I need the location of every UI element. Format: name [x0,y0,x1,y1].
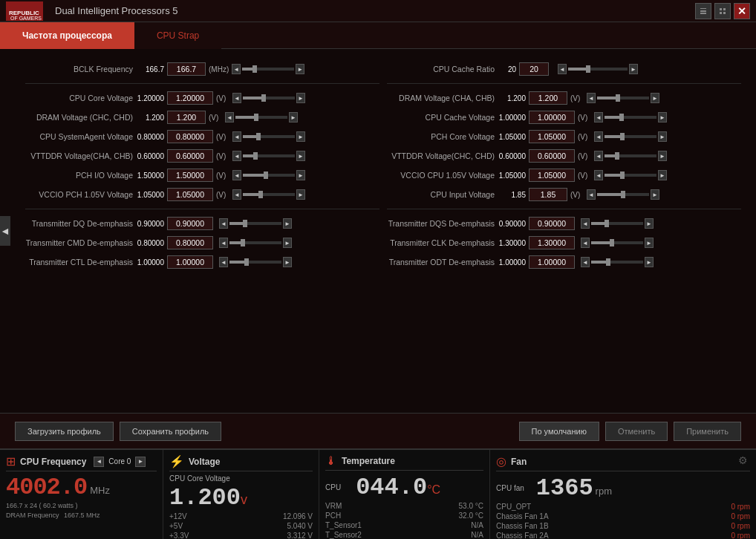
cpu-sysagent-track[interactable] [243,135,295,138]
cpu-core-v-input[interactable] [167,91,213,105]
tx-dqs-slider[interactable]: ◄ ► [581,218,654,229]
tx-odt-input[interactable] [529,255,575,269]
cpu-sysagent-slider-left[interactable]: ◄ [232,131,241,142]
grid-button[interactable] [714,3,731,19]
vttddr-chc-slider-left[interactable]: ◄ [594,151,603,161]
tx-odt-slider[interactable]: ◄ ► [581,257,654,267]
cpu-core-v-slider-left[interactable]: ◄ [232,93,241,103]
bclk-slider-track[interactable] [242,68,294,71]
tx-clk-track[interactable] [591,241,643,244]
tx-ctl-track[interactable] [229,261,281,264]
cpu-core-v-slider[interactable]: ◄ ► [232,93,305,103]
tx-dq-input[interactable] [167,217,213,230]
cpu-input-v-slider-right[interactable]: ► [651,189,659,200]
vccio-pch-slider-left[interactable]: ◄ [232,189,241,200]
cpu-cache-ratio-slider-left[interactable]: ◄ [558,64,567,74]
pch-io-slider-right[interactable]: ► [296,170,305,180]
vttddr-cha-track[interactable] [243,154,295,157]
bclk-slider[interactable]: ◄ ► [232,64,304,74]
vttddr-chc-input[interactable] [529,149,575,163]
dram-cha-track[interactable] [597,97,649,99]
dram-cha-slider-left[interactable]: ◄ [587,93,596,103]
tx-cmd-slider-right[interactable]: ► [283,238,292,248]
tx-clk-input[interactable] [529,236,575,249]
tx-odt-slider-right[interactable]: ► [645,257,654,267]
vttddr-cha-slider-left[interactable]: ◄ [232,151,241,161]
dram-chc-slider-right[interactable]: ► [289,112,298,122]
cpu-input-v-slider[interactable]: ◄ ► [587,189,659,200]
vccio-cpu-slider[interactable]: ◄ ► [594,170,667,180]
cpu-input-v-track[interactable] [597,193,649,196]
vccio-cpu-slider-left[interactable]: ◄ [594,170,603,180]
minimize-button[interactable] [695,3,711,19]
dram-chc-track[interactable] [235,116,287,119]
tx-dqs-input[interactable] [529,217,575,230]
cpu-sysagent-input[interactable] [167,130,213,143]
tx-dqs-slider-right[interactable]: ► [645,218,654,229]
vttddr-cha-slider-right[interactable]: ► [296,151,305,161]
vccio-pch-slider-right[interactable]: ► [296,189,305,200]
tx-cmd-track[interactable] [229,241,281,244]
vccio-pch-slider[interactable]: ◄ ► [232,189,305,200]
pch-core-track[interactable] [605,135,656,138]
tab-cpu-strap[interactable]: CPU Strap [134,22,221,49]
cpu-cache-ratio-slider-right[interactable]: ► [629,64,638,74]
cpu-core-v-track[interactable] [243,97,295,99]
tab-cpu-frequency[interactable]: Частота процессора [0,22,134,49]
dram-chc-slider[interactable]: ◄ ► [225,112,298,122]
dram-cha-slider[interactable]: ◄ ► [587,93,659,103]
load-profile-button[interactable]: Загрузить профиль [15,422,114,441]
vttddr-chc-slider-right[interactable]: ► [658,151,667,161]
tx-odt-track[interactable] [591,261,643,264]
cpu-freq-next[interactable]: ► [135,457,146,467]
vttddr-cha-slider[interactable]: ◄ ► [232,151,305,161]
cpu-core-v-slider-right[interactable]: ► [296,93,305,103]
pch-io-slider[interactable]: ◄ ► [232,170,305,180]
default-button[interactable]: По умолчанию [519,422,599,441]
vccio-cpu-slider-right[interactable]: ► [658,170,667,180]
tx-dqs-slider-left[interactable]: ◄ [581,218,590,229]
tx-dq-slider[interactable]: ◄ ► [219,218,292,229]
pch-io-slider-left[interactable]: ◄ [232,170,241,180]
cpu-sysagent-slider-right[interactable]: ► [296,131,305,142]
cpu-cache-v-input[interactable] [529,111,575,124]
pch-core-slider-right[interactable]: ► [658,131,667,142]
dram-chc-slider-left[interactable]: ◄ [225,112,234,122]
cpu-cache-v-slider-right[interactable]: ► [658,112,667,122]
tx-cmd-input[interactable] [167,236,213,249]
tx-dq-slider-right[interactable]: ► [283,218,292,229]
vttddr-cha-input[interactable] [167,149,213,163]
settings-gear-button[interactable]: ⚙ [738,454,752,468]
cancel-button[interactable]: Отменить [605,422,668,441]
cpu-cache-v-slider[interactable]: ◄ ► [594,112,667,122]
tx-ctl-slider-right[interactable]: ► [283,257,292,267]
tx-clk-slider-left[interactable]: ◄ [581,238,590,248]
save-profile-button[interactable]: Сохранить профиль [120,422,221,441]
pch-core-input[interactable] [529,130,575,143]
tx-dq-slider-left[interactable]: ◄ [219,218,228,229]
close-button[interactable]: ✕ [734,3,750,19]
pch-io-input[interactable] [167,169,213,182]
tx-ctl-slider-left[interactable]: ◄ [219,257,228,267]
cpu-cache-ratio-slider[interactable]: ◄ ► [558,64,638,74]
cpu-cache-ratio-track[interactable] [568,68,628,71]
cpu-input-v-input[interactable] [529,188,567,201]
cpu-cache-ratio-input[interactable] [519,62,549,76]
tx-cmd-slider[interactable]: ◄ ► [219,238,292,248]
bclk-slider-left[interactable]: ◄ [232,64,241,74]
tx-odt-slider-left[interactable]: ◄ [581,257,590,267]
apply-button[interactable]: Применить [674,422,741,441]
pch-io-track[interactable] [243,174,295,177]
tx-clk-slider[interactable]: ◄ ► [581,238,654,248]
dram-cha-slider-right[interactable]: ► [651,93,659,103]
vccio-pch-track[interactable] [243,193,295,196]
vttddr-chc-slider[interactable]: ◄ ► [594,151,667,161]
pch-core-slider-left[interactable]: ◄ [594,131,603,142]
tx-dqs-track[interactable] [591,222,643,225]
tx-ctl-slider[interactable]: ◄ ► [219,257,292,267]
vccio-cpu-input[interactable] [529,169,575,182]
vccio-pch-input[interactable] [167,188,213,201]
vttddr-chc-track[interactable] [605,154,656,157]
nav-left-arrow[interactable]: ◄ [0,216,10,246]
tx-ctl-input[interactable] [167,255,213,269]
